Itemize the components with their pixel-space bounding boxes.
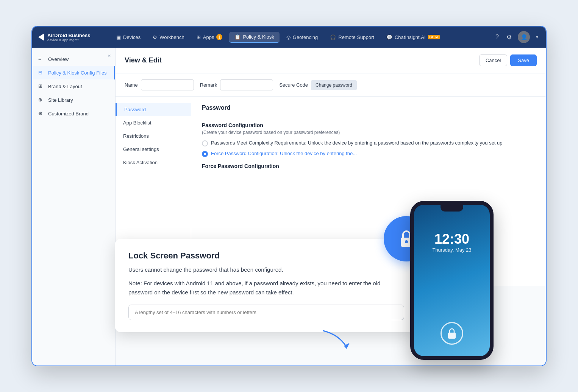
- radio-label-1: Passwords Meet Complexity Requirements: …: [211, 140, 503, 146]
- sidebar: « ≡ Overview ⊟ Policy & Kiosk Config Fil…: [32, 48, 116, 366]
- sidebar-item-overview[interactable]: ≡ Overview: [32, 52, 115, 66]
- phone-lock-icon: [441, 322, 463, 345]
- page-wrapper: AirDroid Business device & app mgmt ▣ De…: [31, 26, 547, 366]
- svg-point-1: [405, 240, 408, 243]
- popup-text-1: Users cannot change the password that ha…: [128, 265, 404, 274]
- headset-icon: 🎧: [330, 34, 336, 40]
- form-row: Name Remark Secure Code Change password: [116, 73, 546, 97]
- cancel-button[interactable]: Cancel: [479, 54, 507, 66]
- top-nav: AirDroid Business device & app mgmt ▣ De…: [32, 26, 546, 48]
- nav-item-geofencing[interactable]: ◎ Geofencing: [281, 32, 323, 42]
- nav-right: ? ⚙ 👤 ▾: [494, 31, 540, 43]
- nav-item-apps[interactable]: ⊞ Apps 1: [191, 32, 228, 42]
- left-nav-password[interactable]: Password: [116, 103, 191, 116]
- apps-badge: 1: [216, 34, 222, 40]
- radio-circle-1[interactable]: [202, 140, 208, 146]
- view-edit-header: View & Edit Cancel Save: [116, 48, 546, 73]
- user-avatar[interactable]: 👤: [518, 31, 530, 43]
- phone-mockup: 12:30 Thursday, May 23: [410, 201, 494, 360]
- phone-time-area: 12:30 Thursday, May 23: [432, 224, 471, 253]
- sidebar-item-customized-brand[interactable]: ⊕ Customized Brand: [32, 107, 115, 120]
- collapse-button[interactable]: «: [108, 52, 111, 58]
- lock-popup: 12:30 Thursday, May 23 Lock Screen Passw…: [115, 239, 418, 332]
- arrow-container: [319, 327, 350, 351]
- logo-icon: [38, 33, 44, 41]
- left-nav-general-settings[interactable]: General settings: [116, 143, 191, 156]
- file-config-icon: ⊟: [38, 70, 44, 76]
- phone-notch: [441, 204, 463, 212]
- force-pwd-title: Force Password Configuration: [202, 163, 535, 169]
- arrow-svg: [319, 327, 350, 350]
- secure-code-field: Secure Code Change password: [279, 80, 357, 90]
- name-label: Name: [125, 82, 138, 88]
- chevron-down-icon[interactable]: ▾: [534, 33, 540, 41]
- radio-option-2: Force Password Configuration: Unlock the…: [202, 150, 535, 157]
- logo-text: AirDroid Business device & app mgmt: [47, 33, 90, 42]
- popup-text-2: Note: For devices with Android 11 and ab…: [128, 279, 404, 297]
- settings-icon[interactable]: ⚙: [505, 32, 513, 42]
- layout-icon: ⊞: [38, 83, 44, 89]
- sidebar-item-policy-kiosk[interactable]: ⊟ Policy & Kiosk Config Files: [32, 66, 115, 79]
- remark-label: Remark: [200, 82, 217, 88]
- name-field: Name: [125, 79, 194, 90]
- help-icon[interactable]: ?: [494, 32, 500, 42]
- beta-badge: BETA: [428, 35, 440, 39]
- phone-date: Thursday, May 23: [432, 247, 471, 253]
- file-icon: 📋: [234, 34, 241, 40]
- tool-icon: ⚙: [153, 34, 157, 40]
- nav-items: ▣ Devices ⚙ Workbench ⊞ Apps 1 📋 Policy …: [111, 32, 494, 43]
- lock-popup-container: 12:30 Thursday, May 23 Lock Screen Passw…: [115, 239, 418, 332]
- svg-rect-2: [448, 333, 456, 339]
- left-nav-restrictions[interactable]: Restrictions: [116, 129, 191, 143]
- config-desc: (Create your device password based on yo…: [202, 130, 535, 135]
- nav-item-remote[interactable]: 🎧 Remote Support: [325, 32, 380, 42]
- left-nav-kiosk-activation[interactable]: Kiosk Activation: [116, 156, 191, 169]
- radio-circle-2[interactable]: [202, 151, 208, 157]
- phone-lock-svg: [447, 327, 457, 339]
- map-icon: ◎: [286, 34, 291, 40]
- view-edit-title: View & Edit: [125, 56, 162, 64]
- secure-code-label: Secure Code: [279, 82, 308, 88]
- name-input[interactable]: [141, 79, 194, 90]
- grid-icon: ⊞: [197, 34, 201, 40]
- nav-item-policy[interactable]: 📋 Policy & Kiosk: [229, 32, 279, 43]
- save-button[interactable]: Save: [510, 54, 537, 66]
- radio-label-2: Force Password Configuration: Unlock the…: [211, 150, 357, 157]
- remark-field: Remark: [200, 79, 273, 90]
- left-nav-app-blocklist[interactable]: App Blocklist: [116, 116, 191, 129]
- header-actions: Cancel Save: [479, 54, 537, 66]
- radio-option-1: Passwords Meet Complexity Requirements: …: [202, 140, 535, 146]
- popup-password-input[interactable]: [128, 305, 404, 320]
- phone-time: 12:30: [432, 231, 471, 247]
- password-section-title: Password: [202, 104, 535, 116]
- remark-input[interactable]: [220, 79, 273, 90]
- change-password-button[interactable]: Change password: [311, 80, 357, 90]
- popup-title: Lock Screen Password: [128, 251, 404, 261]
- sidebar-item-brand-layout[interactable]: ⊞ Brand & Layout: [32, 79, 115, 93]
- nav-item-workbench[interactable]: ⚙ Workbench: [147, 32, 190, 42]
- globe-icon: ⊕: [38, 97, 44, 103]
- nav-item-chat[interactable]: 💬 ChatInsight.AI BETA: [381, 32, 445, 42]
- config-title: Password Configuration: [202, 122, 535, 128]
- chat-icon: 💬: [386, 34, 392, 40]
- logo-area: AirDroid Business device & app mgmt: [38, 33, 99, 42]
- nav-item-devices[interactable]: ▣ Devices: [111, 32, 146, 42]
- monitor-icon: ▣: [116, 34, 121, 40]
- plus-circle-icon: ⊕: [38, 110, 44, 117]
- list-icon: ≡: [38, 56, 44, 62]
- sidebar-item-site-library[interactable]: ⊕ Site Library: [32, 93, 115, 107]
